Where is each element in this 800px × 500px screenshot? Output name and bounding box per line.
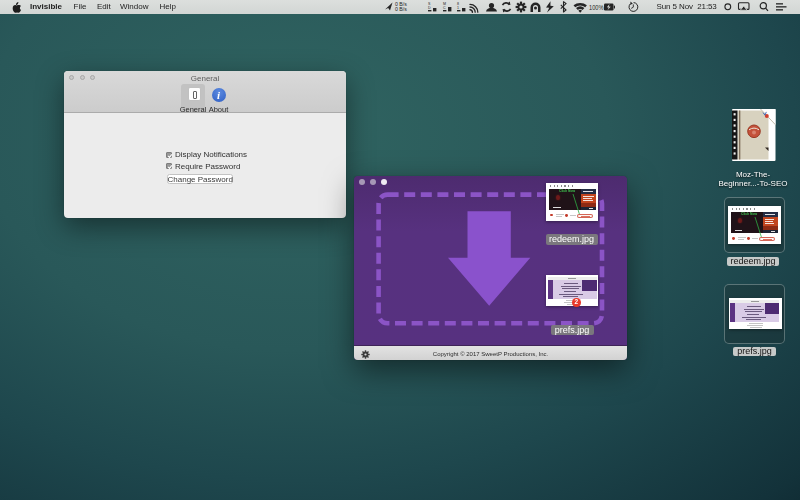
svg-text:100%: 100%	[589, 3, 604, 12]
svg-text:C: C	[443, 6, 446, 10]
svg-text:1: 1	[457, 6, 459, 10]
svg-text:0 B/s: 0 B/s	[395, 6, 407, 12]
svg-text:D: D	[428, 6, 431, 10]
